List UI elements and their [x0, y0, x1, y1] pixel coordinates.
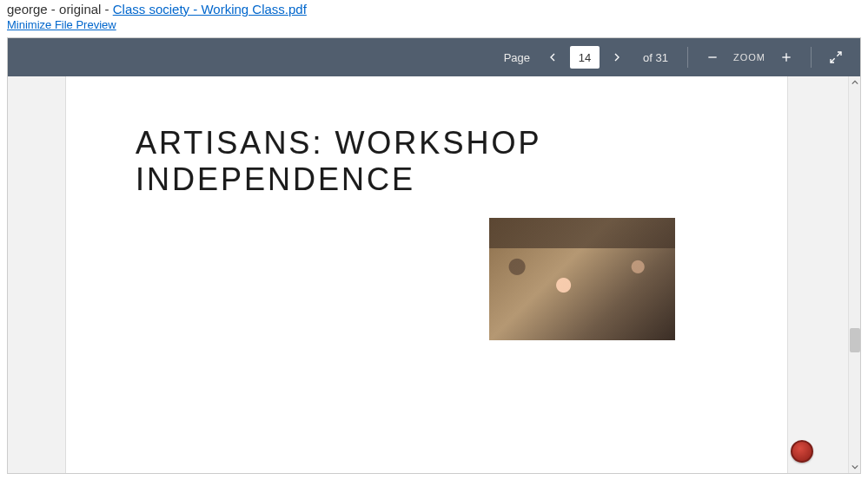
next-page-button[interactable]	[603, 43, 631, 71]
toolbar-divider	[687, 47, 688, 68]
caret-down-icon	[851, 464, 858, 470]
prev-page-button[interactable]	[539, 43, 567, 71]
viewer-toolbar: Page of 31 ZOOM	[8, 38, 860, 76]
page-label: Page	[504, 51, 530, 64]
fullscreen-button[interactable]	[822, 43, 850, 71]
minus-icon	[706, 50, 719, 64]
svg-line-3	[837, 52, 841, 56]
file-header: george - original - Class society - Work…	[0, 0, 868, 16]
toolbar-divider	[811, 47, 812, 68]
document-content-area: ARTISANS: WORKSHOP INDEPENDENCE	[8, 76, 860, 473]
caret-up-icon	[851, 79, 858, 86]
scroll-down-button[interactable]	[849, 461, 860, 473]
zoom-in-button[interactable]	[772, 43, 800, 71]
record-indicator[interactable]	[791, 440, 813, 463]
scroll-up-button[interactable]	[849, 76, 860, 89]
fullscreen-icon	[829, 50, 843, 64]
plus-icon	[779, 50, 793, 64]
page-number-input[interactable]	[570, 46, 600, 69]
slide-title: ARTISANS: WORKSHOP INDEPENDENCE	[136, 125, 787, 198]
minimize-preview-link[interactable]: Minimize File Preview	[7, 18, 116, 31]
chevron-right-icon	[610, 50, 624, 64]
zoom-label: ZOOM	[733, 52, 765, 62]
chevron-left-icon	[546, 50, 560, 64]
filename-link[interactable]: Class society - Working Class.pdf	[113, 2, 307, 16]
slide-image	[489, 218, 675, 340]
pdf-page: ARTISANS: WORKSHOP INDEPENDENCE	[66, 76, 787, 473]
scroll-thumb[interactable]	[850, 328, 860, 352]
total-pages-label: of 31	[643, 51, 668, 64]
pdf-viewer: Page of 31 ZOOM ARTISANS: WORKSHOP INDEP…	[7, 37, 861, 474]
zoom-out-button[interactable]	[699, 43, 726, 71]
vertical-scrollbar[interactable]	[848, 76, 860, 473]
header-prefix: george - original -	[7, 2, 113, 16]
svg-line-4	[831, 58, 835, 62]
